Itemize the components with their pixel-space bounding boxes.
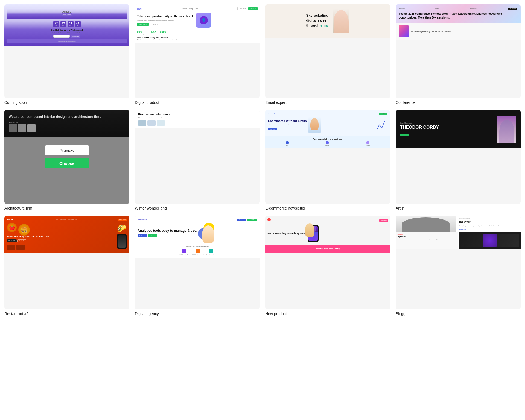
choose-button[interactable]: Choose bbox=[45, 158, 89, 168]
card-architecture-firm: We are London-based interior design and … bbox=[4, 110, 129, 210]
card-label-architecture-firm: Architecture firm bbox=[4, 206, 129, 210]
card-label-conference: Conference bbox=[396, 100, 521, 105]
preview-button[interactable]: Preview bbox=[306, 40, 350, 50]
card-preview-blogger[interactable]: MARKETING BLOGGER The writer This blog i… bbox=[396, 216, 521, 310]
card-blogger: MARKETING BLOGGER The writer This blog i… bbox=[396, 216, 521, 316]
card-label-new-product: New product bbox=[265, 312, 390, 316]
preview-button[interactable]: Preview bbox=[306, 251, 350, 261]
card-label-artist: Artist bbox=[396, 206, 521, 210]
choose-button[interactable]: Choose bbox=[176, 264, 219, 274]
card-label-winter-wonderland: Winter wonderland bbox=[135, 206, 260, 210]
card-label-ecommerce-newsletter: E-commerce newsletter bbox=[265, 206, 390, 210]
preview-button[interactable]: Preview bbox=[176, 145, 219, 155]
card-preview-new-product[interactable]: Subscribe We're Preparing Something New bbox=[265, 216, 390, 310]
choose-button[interactable]: Choose bbox=[306, 264, 350, 274]
choose-button[interactable]: Choose bbox=[306, 52, 350, 63]
choose-button[interactable]: Choose bbox=[45, 52, 89, 63]
card-ecommerce-newsletter: ✈ airmail Newsletter Ecommerce Without L… bbox=[265, 110, 390, 210]
da-person bbox=[202, 225, 214, 243]
card-preview-conference[interactable]: Speakers Chats Testimonials Get Tickets … bbox=[396, 4, 521, 98]
card-restaurant: FOODLY Home Food & Service Testimonials … bbox=[4, 216, 129, 316]
card-label-email-expert: Email expert bbox=[265, 100, 390, 105]
preview-button[interactable]: Preview bbox=[436, 251, 480, 261]
card-preview-architecture-firm[interactable]: We are London-based interior design and … bbox=[4, 110, 129, 204]
arch-team-label: Meet our team bbox=[9, 121, 36, 123]
preview-button[interactable]: Preview bbox=[176, 40, 219, 50]
card-conference: Speakers Chats Testimonials Get Tickets … bbox=[396, 4, 521, 105]
card-winter-wonderland: Winter Wonderland Explore Discover our a… bbox=[135, 110, 260, 210]
card-preview-coming-soon[interactable]: LAUNCHER Get In Touch! 27 Days 12 Hrs 43… bbox=[4, 4, 129, 98]
template-grid: LAUNCHER Get In Touch! 27 Days 12 Hrs 43… bbox=[4, 4, 521, 316]
artist-badge: Listen now bbox=[400, 134, 409, 136]
preview-button[interactable]: Preview bbox=[436, 145, 480, 155]
card-coming-soon: LAUNCHER Get In Touch! 27 Days 12 Hrs 43… bbox=[4, 4, 129, 105]
card-artist: Singer / Songwriter THEODOR CORBY Listen… bbox=[396, 110, 521, 210]
choose-button[interactable]: Choose bbox=[45, 264, 89, 274]
choose-button[interactable]: Choose bbox=[306, 158, 350, 168]
preview-button[interactable]: Preview bbox=[176, 251, 219, 261]
card-preview-email-expert[interactable]: Skyrocketingdigital salesthrough email P… bbox=[265, 4, 390, 98]
preview-button[interactable]: Preview bbox=[45, 251, 89, 261]
arch-headline: We are London-based interior design and … bbox=[9, 114, 101, 119]
choose-button[interactable]: Choose bbox=[436, 158, 480, 168]
card-preview-winter-wonderland[interactable]: Winter Wonderland Explore Discover our a… bbox=[135, 110, 260, 204]
card-label-blogger: Blogger bbox=[396, 312, 521, 316]
card-preview-digital-product[interactable]: planio Features Pricing About Learn More… bbox=[135, 4, 260, 98]
preview-button[interactable]: Preview bbox=[45, 40, 89, 50]
card-label-restaurant: Restaurant #2 bbox=[4, 312, 129, 316]
team-photo-3 bbox=[27, 124, 36, 132]
card-preview-ecommerce-newsletter[interactable]: ✈ airmail Newsletter Ecommerce Without L… bbox=[265, 110, 390, 204]
preview-button[interactable]: Preview bbox=[306, 145, 350, 155]
choose-button[interactable]: Choose bbox=[436, 52, 480, 63]
choose-button[interactable]: Choose bbox=[176, 158, 219, 168]
card-preview-restaurant[interactable]: FOODLY Home Food & Service Testimonials … bbox=[4, 216, 129, 310]
team-photo-2 bbox=[18, 124, 26, 132]
preview-button[interactable]: Preview bbox=[436, 40, 480, 50]
card-label-digital-product: Digital product bbox=[135, 100, 260, 105]
preview-button[interactable]: Preview bbox=[45, 145, 89, 155]
artist-name: THEODOR CORBY bbox=[400, 125, 439, 130]
card-label-coming-soon: Coming soon bbox=[4, 100, 129, 105]
card-digital-agency: ANALYTICS Our Services Schedule Now Anal… bbox=[135, 216, 260, 316]
team-photo-1 bbox=[9, 124, 17, 132]
card-preview-digital-agency[interactable]: ANALYTICS Our Services Schedule Now Anal… bbox=[135, 216, 260, 310]
card-preview-artist[interactable]: Singer / Songwriter THEODOR CORBY Listen… bbox=[396, 110, 521, 204]
artist-subtitle: Singer / Songwriter bbox=[400, 122, 439, 124]
card-label-digital-agency: Digital agency bbox=[135, 312, 260, 316]
card-digital-product: planio Features Pricing About Learn More… bbox=[135, 4, 260, 105]
card-new-product: Subscribe We're Preparing Something New bbox=[265, 216, 390, 316]
np-face bbox=[305, 223, 314, 237]
card-email-expert: Skyrocketingdigital salesthrough email P… bbox=[265, 4, 390, 105]
choose-button[interactable]: Choose bbox=[176, 52, 219, 63]
choose-button[interactable]: Choose bbox=[436, 264, 480, 274]
